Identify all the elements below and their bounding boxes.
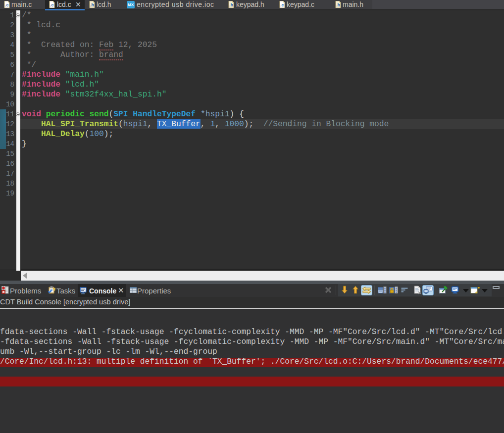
svg-text:.h: .h bbox=[336, 2, 340, 7]
svg-text:.c: .c bbox=[5, 2, 9, 7]
svg-text:.h: .h bbox=[229, 2, 233, 7]
svg-text:.c: .c bbox=[50, 2, 54, 7]
svg-text:.c: .c bbox=[280, 2, 284, 7]
svg-text:.h: .h bbox=[90, 2, 94, 7]
